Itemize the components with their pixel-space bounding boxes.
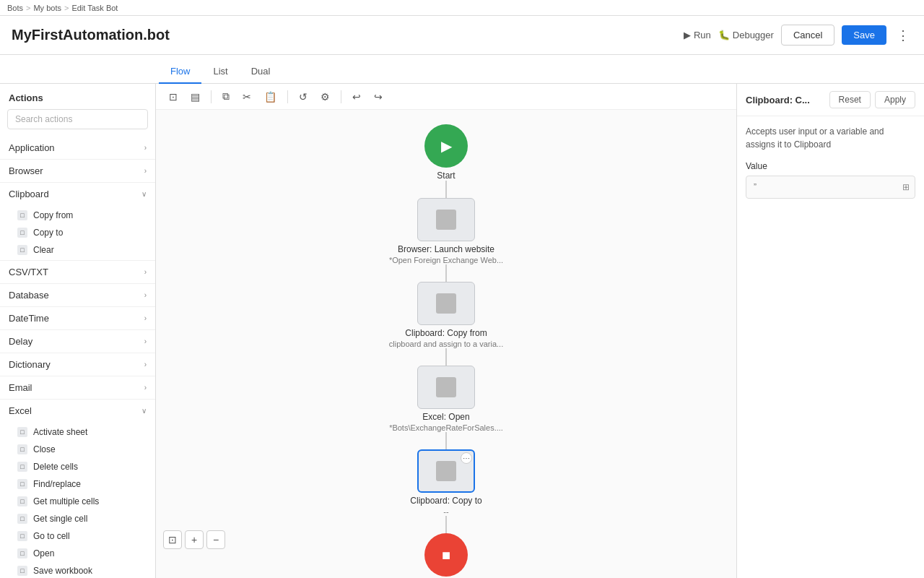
node-browser-launch: Browser: Launch website *Open Foreign Ex… bbox=[389, 198, 503, 264]
save-button[interactable]: Save bbox=[842, 25, 886, 45]
paste-button[interactable]: 📋 bbox=[260, 88, 281, 105]
sidebar-header: Actions bbox=[0, 84, 155, 109]
node-more-button[interactable]: ⋯ bbox=[461, 452, 472, 464]
main-layout: Actions Application › Browser › Clipboar… bbox=[0, 84, 924, 578]
value-input[interactable] bbox=[746, 176, 915, 199]
stop-icon: ■ bbox=[442, 547, 450, 564]
excel-open-node[interactable] bbox=[417, 366, 475, 409]
category-datetime-header[interactable]: DateTime › bbox=[0, 307, 155, 329]
sidebar-item-go-to-cell[interactable]: □ Go to cell bbox=[0, 527, 155, 545]
page-title: MyFirstAutomation.bot bbox=[12, 27, 170, 43]
category-browser-header[interactable]: Browser › bbox=[0, 160, 155, 182]
list-view-button[interactable]: ▤ bbox=[186, 88, 204, 105]
category-database-header[interactable]: Database › bbox=[0, 284, 155, 306]
activate-sheet-icon: □ bbox=[17, 427, 27, 437]
tab-list[interactable]: List bbox=[201, 60, 239, 84]
undo-button[interactable]: ↩ bbox=[348, 88, 365, 105]
sidebar-item-find-replace[interactable]: □ Find/replace bbox=[0, 475, 155, 493]
tab-bar: Flow List Dual bbox=[0, 55, 924, 84]
toolbar-separator bbox=[341, 90, 341, 103]
header-actions: ▶ Run 🐛 Debugger Cancel Save ⋮ bbox=[684, 25, 912, 46]
sidebar-item-delete-cells[interactable]: □ Delete cells bbox=[0, 458, 155, 475]
chevron-right-icon: › bbox=[144, 337, 147, 345]
debugger-icon: 🐛 bbox=[718, 30, 730, 40]
node-excel-open-label: Excel: Open bbox=[422, 412, 469, 422]
debugger-button[interactable]: 🐛 Debugger bbox=[718, 30, 774, 40]
node-end: ■ End bbox=[424, 533, 468, 578]
reset-button[interactable]: Reset bbox=[829, 91, 871, 108]
copy-button[interactable]: ⧉ bbox=[218, 87, 234, 105]
category-dictionary-header[interactable]: Dictionary › bbox=[0, 353, 155, 376]
clipboard-copy-from-node[interactable] bbox=[417, 282, 475, 325]
sidebar-item-activate-sheet[interactable]: □ Activate sheet bbox=[0, 423, 155, 441]
connector bbox=[445, 516, 447, 533]
zoom-out-button[interactable]: − bbox=[206, 530, 225, 549]
category-email-header[interactable]: Email › bbox=[0, 376, 155, 399]
more-options-button[interactable]: ⋮ bbox=[894, 25, 912, 46]
expression-icon[interactable]: ⊞ bbox=[902, 182, 910, 192]
category-datetime: DateTime › bbox=[0, 307, 155, 330]
header: MyFirstAutomation.bot ▶ Run 🐛 Debugger C… bbox=[0, 16, 924, 55]
node-browser-launch-label: Browser: Launch website bbox=[398, 244, 494, 254]
connector bbox=[445, 181, 447, 198]
sidebar-item-save-workbook[interactable]: □ Save workbook bbox=[0, 562, 155, 578]
category-excel: Excel ∨ □ Activate sheet □ Close □ Delet… bbox=[0, 400, 155, 578]
node-excel-open-sublabel: *Bots\ExchangeRateForSales.... bbox=[389, 423, 503, 432]
panel-description: Accepts user input or a variable and ass… bbox=[746, 125, 915, 151]
category-delay-header[interactable]: Delay › bbox=[0, 330, 155, 353]
sidebar-item-open[interactable]: □ Open bbox=[0, 545, 155, 562]
category-database: Database › bbox=[0, 284, 155, 307]
chevron-right-icon: › bbox=[144, 167, 147, 175]
tab-dual[interactable]: Dual bbox=[240, 60, 282, 84]
apply-button[interactable]: Apply bbox=[875, 91, 915, 108]
tab-flow[interactable]: Flow bbox=[159, 60, 201, 84]
category-application-header[interactable]: Application › bbox=[0, 137, 155, 159]
start-node[interactable]: ▶ bbox=[424, 124, 468, 168]
category-csv-txt-header[interactable]: CSV/TXT › bbox=[0, 261, 155, 283]
chevron-down-icon: ∨ bbox=[141, 190, 147, 198]
sidebar-item-clear[interactable]: □ Clear bbox=[0, 241, 155, 259]
breadcrumb-bots[interactable]: Bots bbox=[7, 4, 23, 12]
breadcrumb-sep2: > bbox=[64, 4, 69, 12]
breadcrumb-sep1: > bbox=[26, 4, 30, 12]
cut-button[interactable]: ✂ bbox=[238, 88, 256, 105]
browser-launch-icon bbox=[436, 210, 456, 230]
zoom-in-button[interactable]: + bbox=[185, 530, 204, 549]
cancel-button[interactable]: Cancel bbox=[781, 25, 834, 46]
sidebar-item-close[interactable]: □ Close bbox=[0, 441, 155, 458]
get-multiple-cells-icon: □ bbox=[17, 496, 27, 506]
open-icon: □ bbox=[17, 548, 27, 558]
panel-title: Clipboard: C... bbox=[746, 95, 810, 105]
sidebar-item-copy-to[interactable]: □ Copy to bbox=[0, 224, 155, 241]
search-input[interactable] bbox=[7, 109, 148, 129]
run-button[interactable]: ▶ Run bbox=[684, 30, 711, 40]
settings-button[interactable]: ⚙ bbox=[316, 88, 334, 105]
fit-to-screen-button[interactable]: ⊡ bbox=[165, 88, 182, 105]
canvas-toolbar: ⊡ ▤ ⧉ ✂ 📋 ↺ ⚙ ↩ ↪ bbox=[156, 84, 736, 110]
redo-button[interactable]: ↪ bbox=[370, 88, 387, 105]
fit-zoom-button[interactable]: ⊡ bbox=[163, 530, 182, 549]
browser-launch-node[interactable] bbox=[417, 198, 475, 241]
breadcrumb: Bots > My bots > Edit Task Bot bbox=[0, 0, 924, 16]
end-node[interactable]: ■ bbox=[424, 533, 468, 577]
panel-body: Accepts user input or a variable and ass… bbox=[737, 116, 924, 578]
category-email: Email › bbox=[0, 376, 155, 400]
sidebar: Actions Application › Browser › Clipboar… bbox=[0, 84, 156, 578]
toolbar-separator bbox=[211, 90, 212, 103]
sidebar-item-copy-from[interactable]: □ Copy from bbox=[0, 207, 155, 224]
sidebar-item-get-multiple-cells[interactable]: □ Get multiple cells bbox=[0, 493, 155, 510]
clipboard-copy-to-node[interactable]: ⋯ bbox=[417, 449, 475, 493]
category-excel-header[interactable]: Excel ∨ bbox=[0, 400, 155, 422]
breadcrumb-mybots[interactable]: My bots bbox=[33, 4, 61, 12]
node-clipboard-copy-to-sublabel: -- bbox=[443, 507, 448, 516]
category-clipboard-header[interactable]: Clipboard ∨ bbox=[0, 183, 155, 205]
search-box bbox=[7, 109, 148, 129]
get-single-cell-icon: □ bbox=[17, 514, 27, 524]
sidebar-item-get-single-cell[interactable]: □ Get single cell bbox=[0, 510, 155, 527]
panel-field-label: Value bbox=[746, 161, 915, 171]
refresh-button[interactable]: ↺ bbox=[295, 88, 312, 105]
node-excel-open: Excel: Open *Bots\ExchangeRateForSales..… bbox=[389, 366, 503, 432]
panel-header: Clipboard: C... Reset Apply bbox=[737, 84, 924, 116]
connector bbox=[445, 264, 447, 282]
excel-open-icon bbox=[436, 377, 456, 397]
